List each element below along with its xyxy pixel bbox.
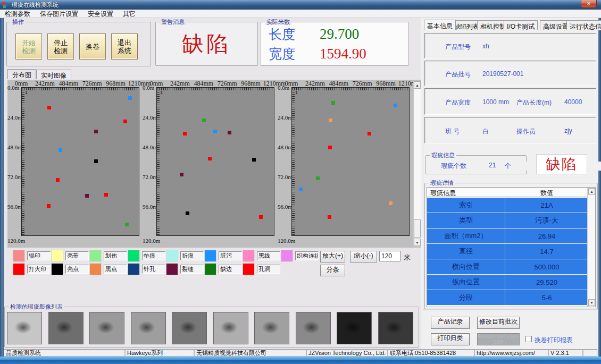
menu-item-1[interactable]: 检测参数: [0, 10, 35, 18]
zoom-out-button[interactable]: 缩小(-): [350, 251, 377, 263]
warning-message: 缺陷: [158, 24, 255, 63]
segment-number: 1: [25, 90, 28, 95]
split-button[interactable]: 分条: [320, 265, 345, 276]
app-window: 瑕疵在线检测系统 ✕ 检测参数保存图片设置安全设置其它 操作 开始 检测停止 检…: [0, 0, 601, 364]
defect-thumbnail-3[interactable]: [89, 312, 124, 344]
view-tab-2[interactable]: 实时图像: [36, 70, 71, 79]
defect-detail-table: 瑕疵信息 数值 索引21A类型污渍-大面积（mm2）26.94直径14.7横向位…: [427, 187, 596, 307]
table-scroll-down-icon[interactable]: ▼: [588, 299, 595, 306]
defect-point[interactable]: [331, 101, 335, 105]
defect-point[interactable]: [123, 120, 127, 123]
defect-point[interactable]: [394, 104, 397, 107]
defect-point[interactable]: [183, 132, 187, 136]
modify-batch-button[interactable]: 修改目前批次: [477, 317, 520, 329]
defect-point[interactable]: [259, 215, 263, 219]
table-scrollbar[interactable]: ▲ ▼: [587, 188, 595, 307]
defect-thumbnail-4[interactable]: [131, 312, 166, 344]
legend-swatch: [243, 250, 255, 262]
defect-point[interactable]: [47, 204, 51, 208]
table-row[interactable]: 横向位置500.000: [427, 259, 588, 275]
defect-point[interactable]: [329, 118, 332, 122]
y-tick-label: 48.0m: [278, 144, 291, 150]
meters-group-label: 实际米数: [265, 19, 291, 25]
tab-I/O卡测试[interactable]: I/O卡测试: [504, 20, 538, 30]
roll-button[interactable]: 换卷: [79, 33, 106, 60]
plot-area: 1: [156, 87, 274, 236]
field-value: 40000: [564, 98, 582, 106]
defect-point[interactable]: [180, 173, 183, 176]
product-record-button[interactable]: 产品记录: [431, 317, 470, 329]
defect-point[interactable]: [202, 118, 206, 122]
header-value: 数值: [506, 189, 588, 198]
menu-item-2[interactable]: 保存图片设置: [35, 10, 83, 18]
defect-point[interactable]: [316, 176, 320, 180]
defect-thumbnail-1[interactable]: [7, 312, 42, 344]
defect-thumbnail-10[interactable]: [378, 312, 413, 344]
read-from-file-button: ReadFromFile-SIM: [477, 333, 520, 345]
field-value: zjy: [564, 127, 572, 134]
cell-label: 直径: [427, 244, 505, 259]
tab-基本信息[interactable]: 基本信息: [424, 20, 456, 30]
defect-point[interactable]: [299, 188, 303, 191]
scale-input[interactable]: 120: [379, 251, 400, 261]
scroll-up-icon[interactable]: ▲: [414, 81, 421, 89]
defect-thumbnail-9[interactable]: [337, 312, 372, 344]
defect-point[interactable]: [186, 211, 189, 215]
roll-print-checkbox[interactable]: [525, 336, 532, 342]
cell-value: 26.94: [506, 228, 588, 243]
defect-point[interactable]: [128, 96, 132, 100]
meters-group: 实际米数 长度 29.700 宽度 1594.90: [261, 22, 409, 66]
defect-thumbnail-7[interactable]: [254, 312, 289, 344]
defect-thumbnail-6[interactable]: [213, 312, 248, 344]
status-segment-4: JZVision Technology Co., Ltd.: [306, 349, 388, 357]
defect-point[interactable]: [228, 131, 231, 134]
cell-label: 索引: [427, 198, 505, 213]
defect-point[interactable]: [368, 132, 371, 136]
legend-label: 裂缝: [180, 265, 204, 274]
exit-button[interactable]: 退出 系统: [111, 33, 138, 60]
table-row[interactable]: 索引21A: [427, 198, 588, 213]
defect-thumbnail-8[interactable]: [296, 312, 331, 344]
defect-point[interactable]: [389, 201, 393, 205]
stop-button[interactable]: 停止 检测: [47, 33, 74, 60]
defect-point[interactable]: [252, 158, 256, 162]
table-row[interactable]: 纵向位置29.520: [427, 275, 588, 290]
defect-thumbnail-2[interactable]: [48, 312, 84, 344]
defect-point[interactable]: [56, 178, 60, 182]
legend-label: 折痕: [180, 251, 204, 260]
table-row[interactable]: 分段5-6: [427, 290, 588, 306]
table-scroll-up-icon[interactable]: ▲: [588, 188, 595, 195]
table-row[interactable]: 直径14.7: [427, 244, 588, 259]
defect-point[interactable]: [328, 146, 332, 149]
tab-运行状态信息[interactable]: 运行状态信息: [566, 20, 601, 30]
print-sort-button[interactable]: 打印归类: [431, 333, 470, 345]
defect-point[interactable]: [85, 194, 89, 198]
defect-point[interactable]: [213, 130, 217, 133]
close-icon[interactable]: ✕: [581, 0, 597, 8]
x-tick-label: 484mm: [329, 80, 348, 88]
defect-thumbnail-5[interactable]: [172, 312, 207, 344]
table-row[interactable]: 面积（mm2）26.94: [427, 228, 588, 244]
start-button[interactable]: 开始 检测: [15, 33, 42, 60]
scroll-down-icon[interactable]: ▼: [414, 239, 421, 246]
view-tab-1[interactable]: 分布图: [7, 69, 36, 79]
defect-point[interactable]: [125, 223, 129, 226]
defect-point[interactable]: [208, 157, 212, 160]
defect-point[interactable]: [47, 106, 51, 109]
table-row[interactable]: 类型污渍-大: [427, 213, 588, 228]
status-bar: 品质检测系统Hawkeye系列无锡精质视觉科技有限公司JZVision Tech…: [4, 349, 597, 357]
menu-bar: 检测参数保存图片设置安全设置其它: [0, 10, 601, 18]
scrollbar-thumb[interactable]: [414, 219, 421, 238]
defect-point[interactable]: [94, 159, 98, 163]
distribution-map: 0mm242mm484mm726mm968mm1210mm0.0m24.0m48…: [7, 80, 421, 248]
defect-point[interactable]: [94, 130, 98, 133]
defect-point[interactable]: [59, 148, 62, 152]
status-segment-6: http://www.wxjzsj.com/: [474, 349, 548, 357]
defect-point[interactable]: [104, 193, 108, 197]
defect-point[interactable]: [328, 215, 331, 219]
title-bar[interactable]: 瑕疵在线检测系统 ✕: [0, 0, 601, 10]
menu-item-4[interactable]: 其它: [118, 10, 140, 18]
menu-item-3[interactable]: 安全设置: [83, 10, 118, 18]
zoom-in-button[interactable]: 放大(+): [320, 251, 345, 263]
plots-scrollbar[interactable]: ▲ ▼: [413, 81, 421, 247]
